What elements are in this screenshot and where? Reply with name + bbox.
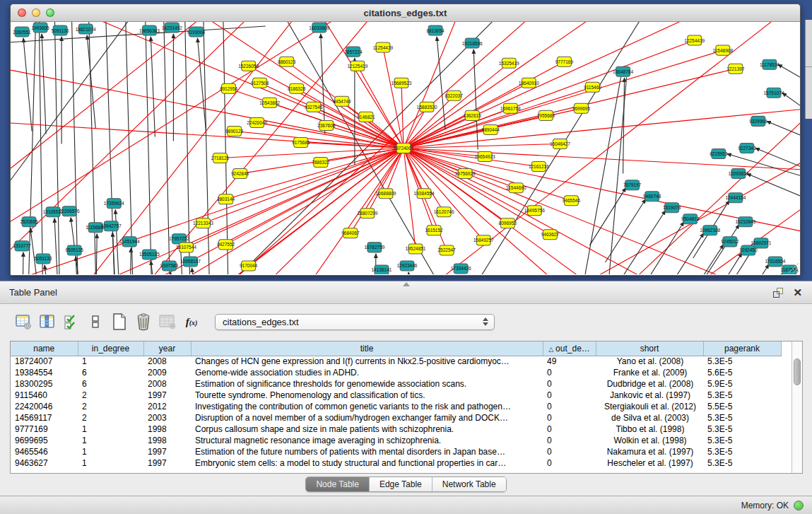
black-edge[interactable] [606, 77, 627, 274]
graph-node[interactable]: 18495756 [524, 206, 545, 216]
graph-node[interactable]: 10958167 [180, 257, 201, 267]
graph-node[interactable]: 7955689 [537, 110, 555, 120]
red-edge[interactable] [180, 22, 548, 274]
graph-node[interactable]: 9170044 [240, 261, 258, 271]
table-scrollbar[interactable] [792, 341, 802, 473]
graph-node[interactable]: 15692971 [751, 238, 771, 248]
graph-node[interactable]: 17016504 [765, 257, 785, 267]
graph-node[interactable]: 12444154 [725, 193, 746, 203]
table-row[interactable]: 977716911998Corpus callosum shape and si… [11, 424, 781, 435]
graph-node[interactable]: 12161216 [529, 162, 549, 172]
graph-node[interactable]: 9115460 [584, 82, 601, 92]
graph-node[interactable]: 14136141 [371, 265, 392, 274]
graph-node[interactable]: 9465546 [563, 196, 581, 206]
red-edge[interactable] [117, 22, 379, 274]
black-edge[interactable] [223, 22, 229, 274]
graph-node[interactable]: 15689523 [392, 78, 412, 88]
graph-node[interactable]: 10962108 [700, 226, 720, 235]
graph-node[interactable]: 9227343 [738, 143, 756, 153]
graph-node[interactable]: 22420046 [247, 117, 267, 127]
graph-node[interactable]: 2803144 [217, 194, 235, 204]
black-edge[interactable] [321, 34, 325, 134]
graph-node[interactable]: 20206576 [59, 206, 80, 216]
network-canvas[interactable]: 2060551199360550511301862107419656383162… [11, 22, 800, 274]
table-row[interactable]: 911546021997Tourette syndrome. Phenomeno… [11, 390, 781, 401]
black-edge[interactable] [22, 252, 23, 274]
black-edge[interactable] [88, 22, 97, 274]
select-columns-icon[interactable] [62, 313, 81, 331]
black-edge[interactable] [664, 233, 704, 274]
row-panel-icon[interactable] [86, 313, 105, 331]
graph-node[interactable]: 9397588 [160, 261, 179, 271]
column-header-title[interactable]: title [191, 341, 543, 356]
network-canvas-container[interactable]: 2060551199360550511301862107419656383162… [11, 22, 800, 274]
graph-node[interactable]: 2520655 [20, 217, 38, 227]
graph-node[interactable]: 2522547 [437, 245, 456, 255]
graph-node[interactable]: 8860123 [278, 57, 296, 66]
column-chooser-icon[interactable] [38, 313, 57, 331]
black-edge[interactable] [747, 174, 800, 209]
red-edge[interactable] [404, 148, 598, 275]
graph-node[interactable]: 16210645 [735, 217, 755, 227]
graph-node[interactable]: 16782759 [364, 243, 384, 252]
graph-node[interactable]: 15883520 [417, 102, 437, 112]
delete-icon[interactable] [134, 313, 153, 331]
graph-node[interactable]: 17334426 [451, 264, 471, 274]
new-file-icon[interactable] [110, 313, 129, 331]
red-edge[interactable] [404, 22, 726, 148]
graph-node[interactable]: 16961758 [500, 103, 521, 113]
graph-node[interactable]: 9890444 [482, 124, 500, 134]
table-row[interactable]: 1830029562008Estimation of significance … [11, 378, 781, 390]
graph-node[interactable]: 1615152 [425, 226, 443, 235]
graph-node[interactable]: 9245012 [721, 237, 739, 247]
black-edge[interactable] [192, 268, 201, 274]
table-row[interactable]: 946362711997Embryonic stem cells: a mode… [11, 457, 781, 469]
graph-node[interactable]: 15325419 [499, 58, 519, 68]
close-icon[interactable]: ✕ [793, 288, 802, 298]
graph-node[interactable]: 5051130 [52, 25, 69, 35]
black-edge[interactable] [23, 38, 32, 131]
black-edge[interactable] [30, 228, 40, 274]
graph-node[interactable]: 10688809 [375, 189, 396, 199]
table-scrollbar-thumb[interactable] [794, 358, 801, 385]
black-edge[interactable] [739, 273, 783, 274]
graph-node[interactable]: 1310777 [13, 241, 31, 251]
black-edge[interactable] [437, 37, 445, 129]
table-row[interactable]: 969969511998Structural magnetic resonanc… [11, 435, 781, 446]
graph-node[interactable]: 9329966 [749, 116, 767, 126]
graph-node[interactable]: 1993605 [31, 23, 49, 33]
black-edge[interactable] [71, 22, 78, 274]
table-settings-icon[interactable] [14, 313, 33, 331]
column-header-year[interactable]: year [143, 341, 191, 356]
black-edge[interactable] [755, 148, 800, 180]
graph-node[interactable]: 9242848 [231, 169, 249, 179]
graph-node[interactable]: 9480748 [643, 192, 661, 201]
graph-node[interactable]: 10543862 [259, 98, 280, 107]
column-header-pagerank[interactable]: pagerank [703, 341, 781, 356]
red-edge[interactable] [11, 121, 404, 148]
graph-node[interactable]: 17359924 [104, 199, 124, 209]
graph-node[interactable]: 11544690 [506, 183, 526, 193]
graph-node[interactable]: 19384554 [414, 189, 435, 199]
black-edge[interactable] [408, 272, 418, 274]
table-row[interactable]: 946554611997Estimation of the future num… [11, 446, 781, 457]
column-header-in_degree[interactable]: in_degree [78, 341, 143, 356]
graph-node[interactable]: 16046427 [550, 139, 570, 148]
graph-node[interactable]: 18807299 [357, 209, 377, 218]
black-edge[interactable] [151, 261, 160, 274]
graph-node[interactable]: 11451944 [119, 237, 140, 247]
graph-node[interactable]: 12923446 [397, 261, 418, 271]
graph-node[interactable]: 19524851 [406, 244, 426, 254]
graph-node[interactable]: 9505135 [66, 245, 84, 255]
graph-node[interactable]: 9463627 [541, 230, 560, 240]
graph-node[interactable]: 8427552 [217, 240, 235, 250]
black-edge[interactable] [151, 37, 155, 136]
graph-node[interactable]: 19656383 [139, 25, 160, 35]
graph-node[interactable]: 8912954 [220, 83, 238, 93]
graph-node[interactable]: 8813054 [426, 25, 445, 35]
tab-node-table[interactable]: Node Table [306, 477, 370, 491]
graph-node[interactable]: 12093832 [728, 169, 748, 179]
column-header-name[interactable]: name [11, 341, 78, 356]
graph-node[interactable]: 16648784 [613, 66, 633, 76]
table-row[interactable]: 1938455462009Genome-wide association stu… [11, 367, 781, 378]
